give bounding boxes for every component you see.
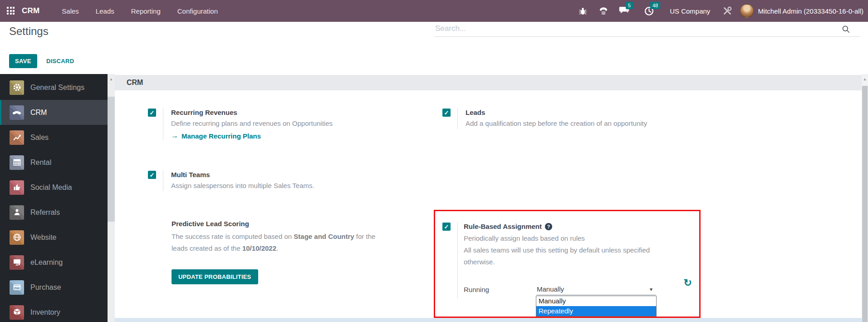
sidebar-item-label: Referrals <box>30 208 60 217</box>
menu-leads[interactable]: Leads <box>96 7 114 15</box>
setting-description: Add a qualification step before the crea… <box>466 118 647 129</box>
sidebar-item-label: eLearning <box>30 258 63 267</box>
description-bold: Stage and Country <box>294 233 354 240</box>
highlight-box: ✓ Rule-Based Assignment ? Periodically a… <box>434 210 701 318</box>
refresh-icon[interactable]: ↻ <box>684 277 692 288</box>
sidebar-item-referrals[interactable]: Referrals <box>0 200 108 225</box>
sidebar-item-sales[interactable]: Sales <box>0 125 108 150</box>
sidebar-item-website[interactable]: Website <box>0 225 108 250</box>
setting-description: Define recurring plans and revenues on O… <box>171 118 333 129</box>
discard-button[interactable]: DISCARD <box>46 54 74 68</box>
search-box <box>434 23 860 37</box>
arrow-right-icon: → <box>171 132 178 140</box>
activities-clock-icon[interactable]: 48 <box>643 5 654 16</box>
setting-title: Predictive Lead Scoring <box>172 219 437 228</box>
user-menu[interactable]: Mitchell Admin (20333450-16-0-all) <box>758 7 863 15</box>
sidebar-item-label: Website <box>30 233 57 242</box>
setting-leads: ✓ Leads Add a qualification step before … <box>442 108 647 129</box>
thumbs-up-icon <box>10 180 24 195</box>
globe-icon <box>10 230 24 245</box>
description-text: leads created as of the <box>172 244 242 252</box>
presentation-icon <box>10 255 24 270</box>
user-avatar[interactable] <box>740 4 754 18</box>
setting-title: Leads <box>466 108 647 117</box>
sidebar-item-inventory[interactable]: Inventory <box>0 300 108 322</box>
sidebar-item-label: General Settings <box>30 84 84 92</box>
next-section-bar <box>115 318 862 322</box>
apps-grid-icon[interactable] <box>7 7 15 15</box>
setting-recurring-revenues: ✓ Recurring Revenues Define recurring pl… <box>148 108 333 140</box>
setting-description: Assign salespersons into multiple Sales … <box>171 180 314 191</box>
sidebar-item-label: Social Media <box>30 183 72 192</box>
chevron-down-icon: ▾ <box>650 286 652 292</box>
menu-reporting[interactable]: Reporting <box>131 7 161 15</box>
chart-line-icon <box>10 130 24 145</box>
scroll-up-arrow-icon[interactable]: ▲ <box>108 77 115 81</box>
sidebar-item-general-settings[interactable]: General Settings <box>0 75 108 100</box>
description-text: The success rate is computed based on <box>172 233 294 240</box>
divider <box>457 108 458 129</box>
phone-icon[interactable] <box>598 5 609 16</box>
recurring-revenues-checkbox[interactable]: ✓ <box>148 109 156 117</box>
sidebar-item-social-media[interactable]: Social Media <box>0 175 108 200</box>
setting-predictive-lead-scoring: Predictive Lead Scoring The success rate… <box>172 219 437 284</box>
running-select[interactable]: Manually ▾ <box>537 283 656 295</box>
topbar-systray: 5 48 US Company Mitchell Admin (20333450… <box>577 4 863 18</box>
scrollbar-thumb[interactable] <box>862 86 868 322</box>
description-text: for the <box>354 233 376 240</box>
setting-title: Rule-Based Assignment <box>464 222 542 231</box>
link-label: Manage Recurring Plans <box>181 132 261 140</box>
page-title: Settings <box>9 25 49 38</box>
sidebar-item-elearning[interactable]: eLearning <box>0 250 108 275</box>
messages-badge: 5 <box>626 2 633 9</box>
settings-sidebar: General Settings CRM Sales Rental Social… <box>0 74 108 322</box>
menu-configuration[interactable]: Configuration <box>177 7 218 15</box>
update-probabilities-button[interactable]: UPDATE PROBABILITIES <box>172 269 258 284</box>
setting-title: Multi Teams <box>171 170 314 179</box>
running-dropdown-list: Manually Repeatedly <box>536 296 657 317</box>
setting-title: Recurring Revenues <box>171 108 333 117</box>
search-input[interactable] <box>435 24 834 33</box>
sidebar-item-rental[interactable]: Rental <box>0 150 108 175</box>
running-field-label: Running <box>464 286 537 293</box>
credit-card-icon <box>10 280 24 295</box>
scrollbar-thumb[interactable] <box>108 97 115 222</box>
sidebar-item-label: Rental <box>30 159 51 167</box>
option-repeatedly[interactable]: Repeatedly <box>536 306 656 316</box>
help-question-icon[interactable]: ? <box>545 223 552 230</box>
divider <box>163 170 163 191</box>
settings-content: CRM ✓ Recurring Revenues Define recurrin… <box>115 74 862 322</box>
gear-icon <box>10 80 24 95</box>
leads-checkbox[interactable]: ✓ <box>442 109 451 117</box>
sidebar-item-purchase[interactable]: Purchase <box>0 275 108 300</box>
option-manually[interactable]: Manually <box>536 296 656 306</box>
section-header-crm: CRM <box>115 75 862 90</box>
scroll-up-arrow-icon[interactable]: ▲ <box>862 77 868 81</box>
manage-recurring-plans-link[interactable]: → Manage Recurring Plans <box>171 132 333 140</box>
menu-sales[interactable]: Sales <box>62 7 79 15</box>
app-brand[interactable]: CRM <box>22 6 39 15</box>
handshake-icon <box>10 105 24 120</box>
description-text: . <box>276 244 278 252</box>
sidebar-item-label: Inventory <box>30 308 60 317</box>
inner-scrollbar[interactable]: ▲ <box>108 74 115 322</box>
sidebar-item-crm[interactable]: CRM <box>0 100 108 125</box>
company-switcher[interactable]: US Company <box>670 7 710 15</box>
developer-tools-icon[interactable] <box>722 5 733 16</box>
save-button[interactable]: SAVE <box>9 54 37 68</box>
setting-description: Periodically assign leads based on rules… <box>464 233 687 268</box>
multi-teams-checkbox[interactable]: ✓ <box>148 171 156 179</box>
messages-icon[interactable]: 5 <box>619 5 630 16</box>
setting-description: The success rate is computed based on St… <box>172 231 437 254</box>
sidebar-item-label: CRM <box>30 109 47 117</box>
search-icon[interactable] <box>842 25 850 35</box>
bug-icon[interactable] <box>577 5 588 16</box>
page-scrollbar[interactable]: ▲ <box>862 74 868 322</box>
rule-based-assignment-checkbox[interactable]: ✓ <box>442 223 451 231</box>
sidebar-item-label: Sales <box>30 134 49 142</box>
divider <box>163 108 163 140</box>
setting-multi-teams: ✓ Multi Teams Assign salespersons into m… <box>148 170 314 191</box>
description-text: Periodically assign leads based on rules <box>464 234 585 242</box>
description-text: All sales teams will use this setting by… <box>464 246 650 254</box>
description-text: otherwise. <box>464 258 495 266</box>
